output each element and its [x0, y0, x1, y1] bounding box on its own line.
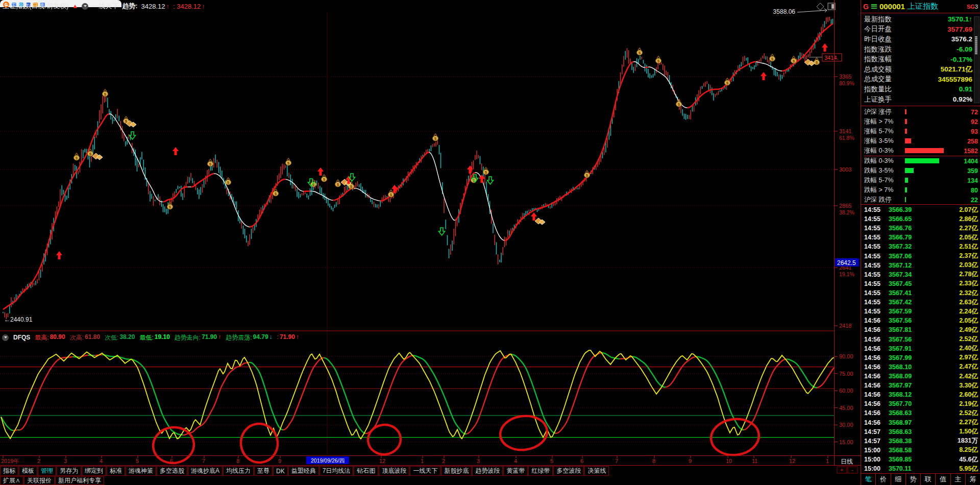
- svg-text:6: 6: [580, 458, 583, 464]
- sell-arrow-icon: [439, 228, 445, 235]
- svg-text:$: $: [350, 184, 353, 189]
- toolbar-item-2[interactable]: 管理: [38, 466, 56, 476]
- chevron-down-icon[interactable]: [82, 3, 88, 10]
- tick-row: 14:553567.412.32亿: [864, 288, 978, 298]
- legend-item-2: 次低:38.20: [105, 333, 135, 342]
- svg-text:15.00: 15.00: [839, 439, 853, 445]
- panel-tab-势[interactable]: 势: [905, 474, 920, 485]
- indicator-name: DFQS: [13, 334, 30, 341]
- panel-tab-主[interactable]: 主: [950, 474, 965, 485]
- panel-tab-笔[interactable]: 笔: [861, 474, 875, 485]
- indicator-legend: 最高:80.90次高:61.80次低:38.20最低:19.10趋势走向:71.…: [35, 333, 299, 342]
- breadth-row-5: 跌幅 0-3%1404: [864, 156, 978, 166]
- money-bag-icon: $: [103, 89, 108, 96]
- zoom-in-button[interactable]: +: [837, 467, 847, 473]
- panel-tab-细[interactable]: 细: [891, 474, 905, 485]
- tick-row: 14:563567.992.97亿: [864, 353, 978, 362]
- svg-text:7: 7: [202, 458, 205, 464]
- toolbar-item-21[interactable]: 多空波段: [553, 466, 584, 476]
- panel-tab-值[interactable]: 值: [935, 474, 950, 485]
- annotation-circles: [151, 414, 761, 466]
- tick-row: 14:553566.762.27亿: [864, 224, 978, 233]
- toolbar-item-14[interactable]: 钻石图: [354, 466, 378, 476]
- toolbar-item-9[interactable]: 均线压力: [223, 466, 254, 476]
- svg-text:$: $: [337, 182, 339, 187]
- breadth-row-2: 涨幅 5-7%93: [864, 127, 978, 136]
- gem-icon: [535, 218, 545, 225]
- svg-text:90.00: 90.00: [839, 353, 853, 359]
- svg-text:$: $: [287, 161, 290, 165]
- svg-text:10: 10: [726, 458, 732, 464]
- toolbar-item-19[interactable]: 黄蓝带: [503, 466, 528, 476]
- toolbar-item-16[interactable]: 一线天下: [410, 466, 440, 476]
- quote-row-7: 指数量比0.91: [864, 84, 972, 94]
- svg-text:2: 2: [37, 458, 40, 464]
- svg-text:2642.5: 2642.5: [837, 259, 856, 266]
- legend-item-3: 最低:19.10: [139, 333, 169, 342]
- toolbar-item-10[interactable]: 至尊: [254, 466, 273, 476]
- svg-text:$: $: [771, 57, 774, 61]
- toolbar-item-11[interactable]: DK: [273, 466, 288, 476]
- money-bag-icon: $: [335, 180, 341, 187]
- trend-line: [3, 23, 833, 309]
- toolbar-item-15[interactable]: 顶底波段: [379, 466, 409, 476]
- toolbar-item-20[interactable]: 红绿带: [528, 466, 553, 476]
- svg-text:$: $: [76, 156, 78, 160]
- svg-text:$: $: [227, 180, 230, 185]
- trend-arrow-2: ↑: [202, 3, 205, 10]
- scrollbar-thumb[interactable]: [975, 36, 977, 55]
- toolbar-item-7[interactable]: 多空选股: [157, 466, 187, 476]
- toolbar-item-1[interactable]: 模板: [19, 466, 37, 476]
- toolbar-item-6[interactable]: 游魂神策: [126, 466, 156, 476]
- tick-row: 14:563567.973.30亿: [864, 381, 978, 390]
- toolbar-item-5[interactable]: 标准: [107, 466, 125, 476]
- status-item-2[interactable]: 新用户福利专享: [55, 476, 104, 485]
- svg-text:5: 5: [550, 458, 553, 464]
- svg-text:4: 4: [100, 458, 103, 464]
- collapse-icon[interactable]: [2, 334, 9, 341]
- zoom-out-button[interactable]: -: [848, 467, 857, 473]
- toolbar-item-8[interactable]: 游魂抄底A: [188, 466, 223, 476]
- toolbar-item-17[interactable]: 新股抄底: [441, 466, 472, 476]
- legend-item-6: :71.90↑: [277, 333, 299, 342]
- toolbar-item-12[interactable]: 益盟经典: [288, 466, 319, 476]
- svg-text:2019年: 2019年: [1, 458, 19, 464]
- quote-panel-header: G 000001 上证指数 SG3: [861, 0, 980, 13]
- toolbar-item-4[interactable]: 绑定到: [82, 466, 106, 476]
- buy-arrow-icon: [822, 43, 828, 52]
- svg-text:4: 4: [514, 458, 517, 464]
- money-bag-icon: $: [656, 56, 662, 63]
- quote-row-1: 今日开盘3577.69: [864, 25, 972, 35]
- svg-text:60.00: 60.00: [839, 387, 853, 394]
- menu-icon[interactable]: [871, 4, 877, 9]
- money-bag-icon: $: [226, 178, 231, 185]
- panel-tab-筹[interactable]: 筹: [965, 474, 980, 485]
- status-item-1[interactable]: 关联报价: [24, 476, 55, 485]
- toolbar-item-18[interactable]: 趋势波段: [472, 466, 503, 476]
- g-badge: G: [863, 3, 869, 11]
- quote-scrollbar[interactable]: [974, 16, 979, 103]
- legend-item-4: 趋势走向:71.90↑: [175, 333, 221, 342]
- toolbar-item-22[interactable]: 决策线: [584, 466, 609, 476]
- panel-tab-价[interactable]: 价: [875, 474, 890, 485]
- quote-row-8: 上证换手0.92%: [864, 94, 972, 105]
- status-item-0[interactable]: 扩展∧: [0, 476, 23, 485]
- svg-text:1: 1: [826, 458, 829, 464]
- tick-row: 14:563567.702.19亿: [864, 399, 978, 408]
- svg-text:-: -: [851, 467, 853, 473]
- tick-row: 14:553566.652.86亿: [864, 214, 978, 224]
- candles-layer: [3, 17, 833, 320]
- svg-text:9: 9: [278, 458, 281, 464]
- money-bag-icon: $: [322, 175, 327, 182]
- panel-tab-联[interactable]: 联: [920, 474, 935, 485]
- breadth-row-9: 沪深 跌停22: [864, 195, 978, 205]
- svg-text:2865: 2865: [839, 203, 851, 209]
- toolbar-item-3[interactable]: 另存为: [57, 466, 81, 476]
- buy-arrow-icon: [173, 147, 179, 155]
- toolbar-item-13[interactable]: 7日均线法: [320, 466, 354, 476]
- svg-text:45.00: 45.00: [839, 405, 853, 411]
- svg-text:8: 8: [236, 458, 239, 464]
- breadth-row-4: 涨幅 0-3%1582: [864, 146, 978, 156]
- toolbar-item-0[interactable]: 指标: [0, 466, 18, 476]
- chart-title-bar: 上证指数(日线.前复权) ▲ 一线天下 趋势: 3428.12 ↑ : 3428…: [0, 0, 835, 12]
